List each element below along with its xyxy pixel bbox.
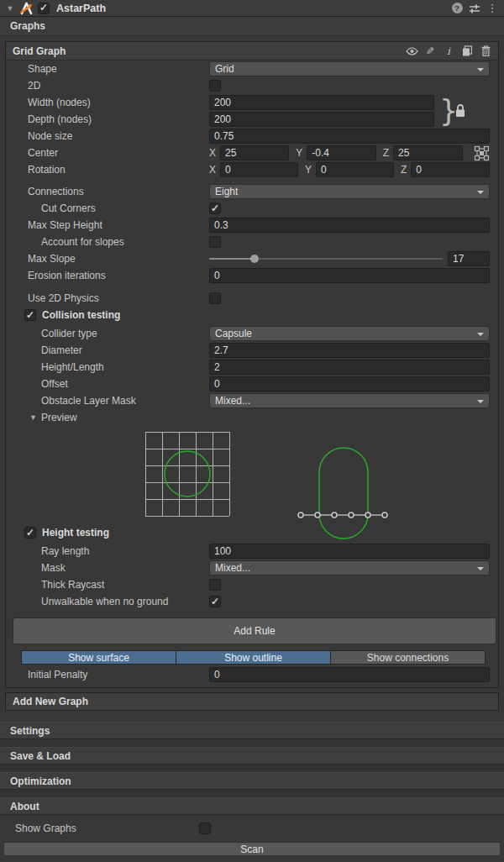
chevron-down-icon bbox=[477, 333, 484, 336]
astar-logo-icon bbox=[19, 2, 34, 15]
diameter-row: Diameter bbox=[6, 343, 498, 358]
max-slope-slider[interactable] bbox=[209, 251, 443, 266]
height-length-input[interactable] bbox=[209, 360, 490, 375]
width-input[interactable] bbox=[209, 95, 434, 110]
erosion-iterations-input[interactable] bbox=[209, 268, 490, 283]
offset-row: Offset bbox=[6, 376, 498, 392]
menu-icon[interactable]: ⋮ bbox=[486, 2, 499, 15]
erosion-iterations-row: Erosion iterations bbox=[6, 268, 498, 283]
account-for-slopes-checkbox[interactable] bbox=[209, 236, 221, 248]
2d-label: 2D bbox=[28, 80, 209, 92]
duplicate-icon[interactable] bbox=[459, 45, 475, 58]
grid-graph-panel: Grid Graph ✎ i Shap bbox=[5, 41, 499, 688]
axis-y-label: Y bbox=[296, 147, 302, 159]
presets-icon[interactable] bbox=[468, 2, 481, 15]
height-testing-checkbox[interactable] bbox=[24, 527, 36, 539]
collision-testing-label: Collision testing bbox=[42, 309, 120, 321]
preview-foldout-icon[interactable]: ▼ bbox=[29, 413, 37, 422]
width-label: Width (nodes) bbox=[28, 97, 209, 108]
diameter-input[interactable] bbox=[209, 343, 490, 358]
max-slope-label: Max Slope bbox=[28, 253, 209, 265]
cut-corners-checkbox[interactable] bbox=[209, 202, 221, 214]
max-step-height-label: Max Step Height bbox=[28, 219, 209, 231]
max-step-height-input[interactable] bbox=[209, 218, 490, 233]
scan-button[interactable]: Scan bbox=[3, 842, 501, 856]
use-2d-physics-label: Use 2D Physics bbox=[28, 292, 209, 304]
size-link-group: Width (nodes) Depth (nodes) } bbox=[6, 95, 498, 127]
delete-icon[interactable] bbox=[478, 45, 493, 58]
rotation-z-input[interactable] bbox=[411, 162, 490, 177]
obstacle-layer-mask-row: Obstacle Layer Mask Mixed... bbox=[6, 393, 498, 408]
shape-dropdown[interactable]: Grid bbox=[209, 61, 490, 76]
eye-icon[interactable] bbox=[404, 45, 419, 58]
help-icon[interactable]: ? bbox=[450, 2, 464, 15]
pencil-icon[interactable]: ✎ bbox=[423, 45, 438, 58]
cut-corners-label: Cut Corners bbox=[41, 202, 209, 214]
graphs-section-header[interactable]: Graphs bbox=[0, 17, 504, 36]
chevron-down-icon bbox=[477, 400, 484, 403]
save-load-section-header[interactable]: Save & Load bbox=[0, 747, 504, 765]
foldout-arrow-icon[interactable]: ▼ bbox=[5, 4, 15, 13]
collision-preview bbox=[6, 427, 498, 525]
grid-graph-header[interactable]: Grid Graph ✎ i bbox=[6, 42, 498, 60]
rotation-y-input[interactable] bbox=[316, 162, 394, 177]
node-size-input[interactable] bbox=[209, 129, 490, 144]
thick-raycast-row: Thick Raycast bbox=[6, 577, 498, 592]
offset-input[interactable] bbox=[209, 376, 490, 392]
lock-icon[interactable] bbox=[454, 103, 466, 118]
settings-section-header[interactable]: Settings bbox=[0, 722, 504, 739]
move-handle-icon[interactable] bbox=[474, 145, 490, 161]
graphs-section-label: Graphs bbox=[10, 20, 45, 32]
display-toggle-group: Show surface Show outline Show connectio… bbox=[21, 650, 486, 665]
component-enabled-checkbox[interactable] bbox=[38, 3, 50, 14]
height-length-label: Height/Length bbox=[41, 361, 209, 373]
2d-checkbox[interactable] bbox=[209, 80, 221, 92]
center-row: Center X Y Z bbox=[6, 145, 498, 160]
center-z-input[interactable] bbox=[393, 145, 463, 160]
about-label: About bbox=[10, 801, 39, 812]
ray-length-row: Ray length bbox=[6, 544, 498, 559]
collision-testing-checkbox[interactable] bbox=[24, 309, 36, 321]
show-graphs-checkbox[interactable] bbox=[199, 823, 211, 834]
account-for-slopes-row: Account for slopes bbox=[6, 234, 498, 250]
preview-label: Preview bbox=[41, 412, 77, 423]
axis-z-label: Z bbox=[383, 147, 389, 159]
chevron-down-icon bbox=[477, 68, 484, 71]
show-connections-button[interactable]: Show connections bbox=[331, 651, 485, 664]
2d-row: 2D bbox=[6, 78, 498, 93]
max-slope-row: Max Slope bbox=[6, 251, 498, 266]
center-label: Center bbox=[28, 147, 209, 159]
collider-type-dropdown[interactable]: Capsule bbox=[209, 326, 490, 341]
info-icon[interactable]: i bbox=[441, 45, 456, 58]
add-new-graph-label: Add New Graph bbox=[13, 696, 88, 707]
width-row: Width (nodes) bbox=[6, 95, 498, 110]
preview-node-line bbox=[298, 512, 387, 518]
about-section-header[interactable]: About bbox=[0, 797, 504, 815]
height-length-row: Height/Length bbox=[6, 360, 498, 375]
mask-dropdown[interactable]: Mixed... bbox=[209, 560, 490, 576]
erosion-iterations-label: Erosion iterations bbox=[28, 270, 209, 281]
center-x-input[interactable] bbox=[220, 145, 289, 160]
max-slope-value-input[interactable] bbox=[448, 251, 490, 266]
initial-penalty-input[interactable] bbox=[209, 667, 490, 682]
slider-handle[interactable] bbox=[250, 255, 259, 263]
use-2d-physics-checkbox[interactable] bbox=[209, 292, 221, 304]
add-rule-button[interactable]: Add Rule bbox=[13, 618, 496, 644]
connections-dropdown[interactable]: Eight bbox=[209, 184, 490, 199]
center-y-input[interactable] bbox=[307, 145, 375, 160]
add-new-graph-button[interactable]: Add New Graph bbox=[6, 693, 498, 710]
unwalkable-no-ground-label: Unwalkable when no ground bbox=[41, 596, 209, 607]
rotation-x-input[interactable] bbox=[220, 162, 298, 177]
unwalkable-no-ground-checkbox[interactable] bbox=[209, 596, 221, 607]
show-surface-button[interactable]: Show surface bbox=[22, 651, 176, 664]
thick-raycast-checkbox[interactable] bbox=[209, 579, 221, 591]
show-outline-button[interactable]: Show outline bbox=[176, 651, 331, 664]
obstacle-layer-mask-dropdown[interactable]: Mixed... bbox=[209, 393, 490, 408]
optimization-section-header[interactable]: Optimization bbox=[0, 772, 504, 790]
ray-length-input[interactable] bbox=[209, 544, 490, 559]
depth-input[interactable] bbox=[209, 112, 434, 127]
offset-label: Offset bbox=[41, 378, 209, 390]
component-header: ▼ AstarPath ? ⋮ bbox=[0, 0, 504, 17]
grid-graph-body: Shape Grid 2D Width (nodes) Depth (nodes… bbox=[6, 60, 498, 687]
thick-raycast-label: Thick Raycast bbox=[41, 579, 209, 591]
